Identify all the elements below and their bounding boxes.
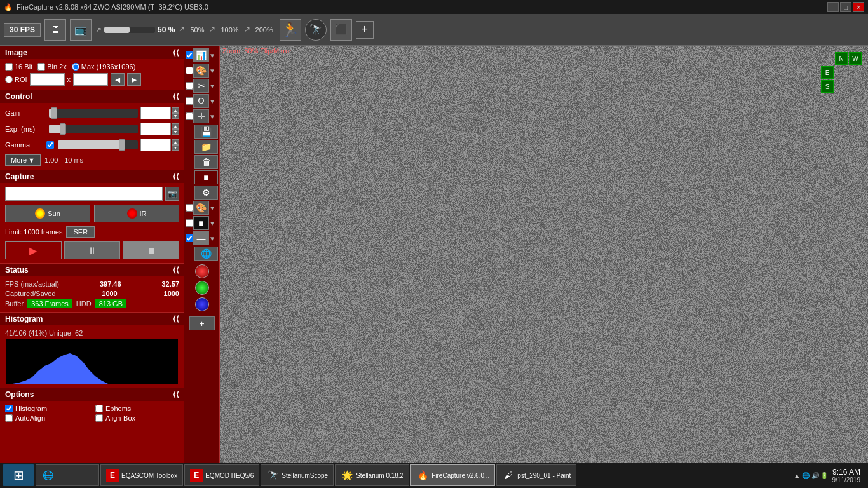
zoom-50-button[interactable]: 50% [187, 25, 207, 35]
exp-up-button[interactable]: ▲ [172, 123, 179, 129]
tool-dropdown-icon-2[interactable]: ▼ [209, 67, 218, 74]
tool-checkbox-8[interactable] [186, 234, 193, 242]
camera-icon-button[interactable]: 📷 [165, 187, 179, 201]
exp-slider[interactable] [49, 125, 138, 133]
tool-scissors-button[interactable]: ✂ [193, 79, 209, 93]
tool-colorwheel-button[interactable]: 🎨 [193, 201, 209, 215]
roi-radio-label[interactable]: ROI [5, 76, 27, 83]
tool-checkbox-1[interactable] [186, 51, 193, 59]
tool-dropdown-icon-4[interactable]: ▼ [209, 98, 218, 105]
histogram-option-checkbox[interactable] [5, 405, 13, 412]
nav-left-button[interactable]: E [821, 66, 834, 79]
tool-add-button[interactable]: + [189, 316, 215, 330]
taskbar-app-chrome[interactable]: 🌐 [36, 464, 99, 486]
roi-right-button[interactable]: ► [127, 73, 141, 86]
control-section-header[interactable]: Control ⟨⟨ [0, 90, 184, 103]
exp-down-button[interactable]: ▼ [172, 129, 179, 135]
roi-left-button[interactable]: ◄ [111, 73, 125, 86]
tool-dropdown-icon-1[interactable]: ▼ [209, 52, 218, 59]
bin2x-checkbox-label[interactable]: Bin 2x [37, 63, 67, 71]
add-button[interactable]: + [356, 21, 374, 39]
tool-trash-button[interactable]: 🗑 [194, 155, 218, 169]
bin2x-checkbox[interactable] [37, 63, 45, 71]
alignbox-option-checkbox[interactable] [95, 414, 103, 422]
green-circle-button[interactable] [195, 281, 209, 295]
gamma-checkbox[interactable] [46, 141, 54, 149]
more-button[interactable]: More ▼ [5, 154, 41, 166]
nav-top-right-button[interactable]: W [849, 52, 862, 65]
autoalign-option[interactable]: AutoAlign [5, 414, 89, 422]
gain-down-button[interactable]: ▼ [172, 113, 179, 119]
taskbar-app-firecapture[interactable]: 🔥 FireCapture v2.6.0... [410, 464, 495, 486]
nav-up-button[interactable]: N [835, 52, 848, 65]
monitor-icon-button[interactable]: 🖥 [44, 19, 66, 41]
alignbox-option[interactable]: Align-Box [95, 414, 179, 422]
ir-button[interactable]: IR [94, 205, 179, 222]
max-radio-label[interactable]: Max (1936x1096) [72, 63, 136, 71]
taskbar-app-stellariumscope[interactable]: 🔭 StellariumScope [261, 464, 334, 486]
format-button[interactable]: SER [66, 226, 95, 238]
terminal-icon-button[interactable]: ⬛ [330, 19, 352, 41]
taskbar-app-eqascom[interactable]: E EQASCOM Toolbox [100, 464, 183, 486]
tool-globe-button[interactable]: 🌐 [194, 247, 218, 261]
tool-minus-button[interactable]: — [193, 231, 209, 245]
filename-input[interactable]: 2019-09-11-1316_2-IR-Sun [5, 187, 163, 201]
tool-red-button[interactable]: ■ [194, 170, 218, 184]
start-button[interactable]: ⊞ [3, 464, 34, 486]
ephems-option[interactable]: Ephems [95, 405, 179, 412]
tool-dropdown-icon-3[interactable]: ▼ [209, 83, 218, 90]
red-circle-button[interactable] [195, 264, 209, 278]
image-section-header[interactable]: Image ⟨⟨ [0, 46, 184, 59]
histogram-section-header[interactable]: Histogram ⟨⟨ [0, 312, 184, 325]
tool-dropdown-icon-6[interactable]: ▼ [209, 205, 218, 212]
gain-value-input[interactable]: 0 [140, 107, 171, 119]
capture-section-header[interactable]: Capture ⟨⟨ [0, 170, 184, 183]
ephems-option-checkbox[interactable] [95, 405, 103, 412]
blue-circle-button[interactable] [195, 297, 209, 311]
tool-checkbox-7[interactable] [186, 219, 193, 227]
maximize-button[interactable]: □ [840, 2, 851, 12]
run-icon-button[interactable]: 🏃 [280, 19, 301, 41]
tool-folder-button[interactable]: 📁 [194, 140, 218, 154]
sun-button[interactable]: Sun [5, 205, 90, 222]
zoom-slider[interactable] [104, 27, 155, 33]
16bit-checkbox[interactable] [5, 63, 13, 71]
tool-dropdown-icon-8[interactable]: ▼ [209, 235, 218, 242]
nav-bottom-left-button[interactable]: S [821, 80, 834, 93]
gamma-down-button[interactable]: ▼ [172, 145, 179, 151]
taskbar-app-eqmod[interactable]: E EQMOD HEQ5/6 [184, 464, 259, 486]
gamma-up-button[interactable]: ▲ [172, 139, 179, 145]
tool-dropdown-icon-5[interactable]: ▼ [209, 113, 218, 120]
tool-save-button[interactable]: 💾 [194, 125, 218, 139]
status-section-header[interactable]: Status ⟨⟨ [0, 263, 184, 276]
tool-dropdown-icon-7[interactable]: ▼ [209, 220, 218, 227]
tool-checkbox-6[interactable] [186, 204, 193, 212]
play-button[interactable]: ▶ [5, 241, 62, 259]
max-radio[interactable] [72, 63, 79, 71]
roi-x-input[interactable]: 600 [30, 73, 65, 86]
16bit-checkbox-label[interactable]: 16 Bit [5, 63, 32, 71]
tool-checkbox-2[interactable] [186, 67, 193, 74]
zoom-100-button[interactable]: 100% [218, 25, 241, 35]
histogram-option[interactable]: Histogram [5, 405, 89, 412]
autoalign-option-checkbox[interactable] [5, 414, 13, 422]
options-section-header[interactable]: Options ⟨⟨ [0, 388, 184, 401]
taskbar-app-paint[interactable]: 🖌 pst_290_01 - Paint [496, 464, 576, 486]
pause-button[interactable]: ⏸ [64, 241, 121, 259]
tool-black-button[interactable]: ■ [193, 216, 209, 230]
roi-y-input[interactable]: 658 [73, 73, 108, 86]
taskbar-app-stellarium[interactable]: 🌟 Stellarium 0.18.2 [335, 464, 409, 486]
gain-slider[interactable] [49, 109, 138, 118]
tool-target-button[interactable]: ✛ [193, 109, 209, 123]
tool-checkbox-4[interactable] [186, 97, 193, 105]
minimize-button[interactable]: — [827, 2, 839, 12]
stop-button[interactable]: ⏹ [123, 241, 179, 259]
close-button[interactable]: ✕ [853, 2, 864, 12]
tool-color-button[interactable]: 🎨 [193, 64, 209, 78]
gamma-slider[interactable] [58, 140, 138, 149]
exp-value-input[interactable]: 2.516 [140, 123, 171, 135]
tool-checkbox-3[interactable] [186, 82, 193, 90]
tool-symbol-button[interactable]: Ω [193, 94, 209, 108]
gain-up-button[interactable]: ▲ [172, 107, 179, 113]
roi-radio[interactable] [5, 76, 13, 83]
